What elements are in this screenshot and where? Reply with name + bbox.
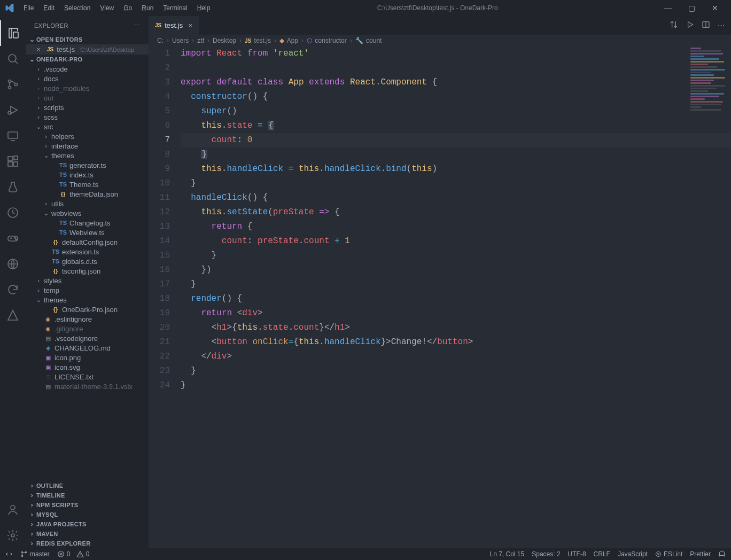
code-content[interactable]: import React from 'react' export default… xyxy=(181,46,731,548)
folder-out[interactable]: ›out xyxy=(26,93,149,103)
folder-styles[interactable]: ›styles xyxy=(26,276,149,285)
breadcrumb-item[interactable]: ztf xyxy=(197,37,204,44)
panel-mysql[interactable]: ›MYSQL xyxy=(26,510,149,519)
run-debug-icon[interactable] xyxy=(0,97,26,123)
tab-test-js[interactable]: JS test.js × xyxy=(149,16,199,35)
git-branch[interactable]: master xyxy=(20,550,50,558)
file--vscodeignore[interactable]: ▤.vscodeignore xyxy=(26,333,149,343)
menu-selection[interactable]: Selection xyxy=(60,2,95,14)
file-theme-ts[interactable]: TSTheme.ts xyxy=(26,180,149,189)
file--gitignore[interactable]: ◉.gitignore xyxy=(26,324,149,333)
menu-go[interactable]: Go xyxy=(119,2,136,14)
folder-scss[interactable]: ›scss xyxy=(26,112,149,122)
breadcrumb-item[interactable]: ◆ App xyxy=(279,37,298,44)
file-onedark-pro-json[interactable]: {}OneDark-Pro.json xyxy=(26,305,149,314)
more-icon[interactable]: ⋯ xyxy=(134,22,141,29)
notifications-icon[interactable] xyxy=(718,550,726,558)
search-icon[interactable] xyxy=(0,46,26,72)
panel-npm-scripts[interactable]: ›NPM SCRIPTS xyxy=(26,500,149,510)
file-tsconfig-json[interactable]: {}tsconfig.json xyxy=(26,266,149,276)
file-index-ts[interactable]: TSindex.ts xyxy=(26,170,149,180)
menu-run[interactable]: Run xyxy=(137,2,158,14)
panel-redis-explorer[interactable]: ›REDIS EXPLORER xyxy=(26,539,149,548)
accounts-icon[interactable] xyxy=(0,497,26,523)
folder-node-modules[interactable]: ›node_modules xyxy=(26,83,149,93)
extensions-icon[interactable] xyxy=(0,149,26,174)
file-generator-ts[interactable]: TSgenerator.ts xyxy=(26,160,149,170)
open-editor-item[interactable]: × JS test.js C:\Users\ztf\Desktop xyxy=(26,44,149,55)
folder-docs[interactable]: ›docs xyxy=(26,74,149,83)
folder-interface[interactable]: ›interface xyxy=(26,141,149,151)
breadcrumb-item[interactable]: Users xyxy=(172,37,189,44)
folder-themes[interactable]: ⌄themes xyxy=(26,295,149,305)
folder-utils[interactable]: ›utils xyxy=(26,199,149,208)
breadcrumb-item[interactable]: Desktop xyxy=(213,37,236,44)
file-icon-svg[interactable]: ▣icon.svg xyxy=(26,362,149,372)
code-editor[interactable]: 123456789101112131415161718192021222324 … xyxy=(149,46,731,548)
maximize-button[interactable]: ▢ xyxy=(684,4,699,12)
encoding[interactable]: UTF-8 xyxy=(568,550,586,558)
file-webview-ts[interactable]: TSWebview.ts xyxy=(26,228,149,237)
source-control-icon[interactable] xyxy=(0,72,26,97)
project-header[interactable]: ⌄ ONEDARK-PRO xyxy=(26,55,149,64)
minimize-button[interactable]: ― xyxy=(660,4,675,12)
breadcrumb-item[interactable]: 🔧 count xyxy=(355,37,382,44)
file-themedata-json[interactable]: {}themeData.json xyxy=(26,189,149,199)
sync-icon[interactable] xyxy=(0,277,26,302)
prettier-status[interactable]: Prettier xyxy=(690,550,711,558)
remote-indicator[interactable] xyxy=(5,550,13,558)
file--eslintignore[interactable]: ◉.eslintignore xyxy=(26,314,149,324)
breadcrumb-item[interactable]: JS test.js xyxy=(245,37,271,44)
remote-icon[interactable] xyxy=(0,123,26,149)
game-icon[interactable] xyxy=(0,225,26,251)
folder--vscode[interactable]: ›.vscode xyxy=(26,64,149,74)
folder-themes[interactable]: ⌄themes xyxy=(26,151,149,160)
more-icon[interactable]: ⋯ xyxy=(718,21,725,29)
language-mode[interactable]: JavaScript xyxy=(618,550,648,558)
menu-file[interactable]: File xyxy=(19,2,38,14)
eol[interactable]: CRLF xyxy=(594,550,610,558)
close-icon[interactable]: × xyxy=(36,45,44,53)
file-material-theme-3-9-1-vsix[interactable]: ▤material-theme-3.9.1.vsix xyxy=(26,382,149,391)
folder-src[interactable]: ⌄src xyxy=(26,122,149,131)
file-globals-d-ts[interactable]: TSglobals.d.ts xyxy=(26,256,149,266)
folder-temp[interactable]: ›temp xyxy=(26,285,149,295)
folder-scripts[interactable]: ›scripts xyxy=(26,103,149,112)
menu-terminal[interactable]: Terminal xyxy=(159,2,191,14)
compare-icon[interactable] xyxy=(670,20,678,30)
file-icon-png[interactable]: ▣icon.png xyxy=(26,353,149,362)
azure-icon[interactable] xyxy=(0,302,26,328)
close-icon[interactable]: × xyxy=(188,21,192,30)
panel-timeline[interactable]: ›TIMELINE xyxy=(26,491,149,500)
menu-view[interactable]: View xyxy=(96,2,118,14)
breadcrumbs[interactable]: C:› Users› ztf› Desktop›JS test.js›◆ App… xyxy=(149,35,731,46)
breadcrumb-item[interactable]: ⬡ constructor xyxy=(307,37,347,44)
file-changelog-ts[interactable]: TSChangelog.ts xyxy=(26,218,149,228)
settings-gear-icon[interactable] xyxy=(0,523,26,548)
cursor-position[interactable]: Ln 7, Col 15 xyxy=(489,550,524,558)
panel-outline[interactable]: ›OUTLINE xyxy=(26,481,149,491)
file-license-txt[interactable]: ≡LICENSE.txt xyxy=(26,372,149,382)
breadcrumb-item[interactable]: C: xyxy=(157,37,164,44)
run-icon[interactable] xyxy=(686,20,694,30)
menu-help[interactable]: Help xyxy=(193,2,215,14)
testing-icon[interactable] xyxy=(0,174,26,200)
indentation[interactable]: Spaces: 2 xyxy=(532,550,560,558)
explorer-icon[interactable] xyxy=(0,20,26,46)
split-editor-icon[interactable] xyxy=(702,20,710,30)
folder-webviews[interactable]: ⌄webviews xyxy=(26,208,149,218)
open-editors-header[interactable]: ⌄ OPEN EDITORS xyxy=(26,35,149,44)
browser-icon[interactable] xyxy=(0,251,26,277)
file-extension-ts[interactable]: TSextension.ts xyxy=(26,247,149,256)
folder-helpers[interactable]: ›helpers xyxy=(26,131,149,141)
menu-edit[interactable]: Edit xyxy=(39,2,59,14)
file-changelog-md[interactable]: ◈CHANGELOG.md xyxy=(26,343,149,353)
file-defaultconfig-json[interactable]: {}defaultConfig.json xyxy=(26,237,149,247)
panel-java-projects[interactable]: ›JAVA PROJECTS xyxy=(26,519,149,529)
close-button[interactable]: ✕ xyxy=(707,4,722,12)
minimap[interactable] xyxy=(688,46,731,121)
problems[interactable]: 0 0 xyxy=(57,550,90,558)
history-icon[interactable] xyxy=(0,200,26,225)
eslint-status[interactable]: ESLint xyxy=(655,550,682,558)
panel-maven[interactable]: ›MAVEN xyxy=(26,529,149,539)
